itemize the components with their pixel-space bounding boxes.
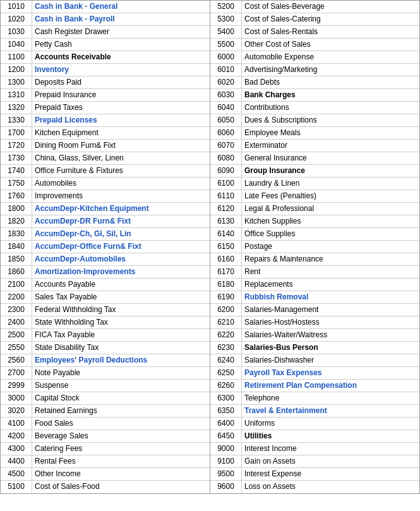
table-row: 6400Uniforms bbox=[210, 418, 419, 430]
table-row: 1300Deposits Paid bbox=[1, 76, 210, 89]
account-name: Other Income bbox=[32, 468, 210, 480]
account-code: 6160 bbox=[210, 253, 242, 265]
account-code: 6250 bbox=[210, 367, 242, 379]
account-name: General Insurance bbox=[242, 152, 419, 164]
account-code: 1850 bbox=[1, 253, 32, 265]
table-row: 1700Kitchen Equipment bbox=[1, 127, 210, 140]
table-row: 5300Cost of Sales-Catering bbox=[210, 13, 419, 26]
account-name: AccumDepr-Ch, Gl, Sil, Lin bbox=[32, 228, 210, 240]
account-name: Cost of Sales-Beverage bbox=[242, 1, 419, 13]
account-name: Replacements bbox=[242, 279, 419, 291]
table-row: 6130Kitchen Supplies bbox=[210, 215, 419, 228]
table-row: 6000Automobile Expense bbox=[210, 51, 419, 64]
table-row: 6070Exterminator bbox=[210, 140, 419, 152]
account-name: State Disability Tax bbox=[32, 342, 210, 354]
account-code: 6020 bbox=[210, 76, 242, 88]
right-column: 5200Cost of Sales-Beverage5300Cost of Sa… bbox=[210, 1, 419, 493]
account-code: 6230 bbox=[210, 342, 242, 354]
account-name: Rubbish Removal bbox=[242, 291, 419, 303]
account-code: 1310 bbox=[1, 89, 32, 101]
table-row: 1800AccumDepr-Kitchen Equipment bbox=[1, 203, 210, 215]
table-row: 1860Amortization-Improvements bbox=[1, 266, 210, 279]
account-name: Uniforms bbox=[242, 418, 419, 430]
account-name: Salaries-Waiter/Waitress bbox=[242, 329, 419, 341]
account-code: 2999 bbox=[1, 380, 32, 392]
account-code: 6170 bbox=[210, 266, 242, 278]
table-row: 1330Prepaid Licenses bbox=[1, 114, 210, 127]
account-code: 1740 bbox=[1, 165, 32, 177]
table-row: 1310Prepaid Insurance bbox=[1, 89, 210, 102]
table-row: 6020Bad Debts bbox=[210, 76, 419, 89]
account-code: 6080 bbox=[210, 152, 242, 164]
account-name: China, Glass, Silver, Linen bbox=[32, 152, 210, 164]
table-row: 6170Rent bbox=[210, 266, 419, 279]
table-row: 2400State Withholding Tax bbox=[1, 316, 210, 329]
account-code: 1100 bbox=[1, 51, 32, 63]
table-row: 6120Legal & Professional bbox=[210, 203, 419, 215]
account-name: Cost of Sales-Food bbox=[32, 481, 210, 493]
account-name: Kitchen Supplies bbox=[242, 215, 419, 227]
account-name: Cash in Bank - General bbox=[32, 1, 210, 13]
account-code: 1020 bbox=[1, 13, 32, 25]
account-name: Utilities bbox=[242, 430, 419, 442]
account-name: State Withholding Tax bbox=[32, 316, 210, 328]
account-code: 5300 bbox=[210, 13, 242, 25]
table-row: 1750Automobiles bbox=[1, 177, 210, 190]
account-code: 6180 bbox=[210, 279, 242, 291]
table-row: 6080General Insurance bbox=[210, 152, 419, 165]
table-row: 2560Employees' Payroll Deductions bbox=[1, 354, 210, 367]
account-code: 6400 bbox=[210, 418, 242, 430]
table-row: 6250Payroll Tax Expenses bbox=[210, 367, 419, 380]
account-name: Improvements bbox=[32, 190, 210, 202]
table-row: 4500Other Income bbox=[1, 468, 210, 481]
account-name: Federal Withholding Tax bbox=[32, 304, 210, 316]
table-row: 6350Travel & Entertainment bbox=[210, 405, 419, 418]
table-row: 4200Beverage Sales bbox=[1, 430, 210, 443]
account-code: 1700 bbox=[1, 127, 32, 139]
table-row: 2700Note Payable bbox=[1, 367, 210, 380]
account-name: Prepaid Licenses bbox=[32, 114, 210, 126]
table-row: 9100Gain on Assets bbox=[210, 455, 419, 468]
table-row: 2500FICA Tax Payable bbox=[1, 329, 210, 342]
account-name: Accounts Payable bbox=[32, 279, 210, 291]
account-code: 1830 bbox=[1, 228, 32, 240]
table-row: 6150Postage bbox=[210, 241, 419, 253]
table-row: 6160Repairs & Maintenance bbox=[210, 253, 419, 266]
table-row: 1010Cash in Bank - General bbox=[1, 1, 210, 13]
account-code: 9600 bbox=[210, 481, 242, 493]
account-name: Deposits Paid bbox=[32, 76, 210, 88]
table-row: 1730China, Glass, Silver, Linen bbox=[1, 152, 210, 165]
account-name: Payroll Tax Expenses bbox=[242, 367, 419, 379]
account-name: Accounts Receivable bbox=[32, 51, 210, 63]
account-name: Bad Debts bbox=[242, 76, 419, 88]
account-name: AccumDepr-Automobiles bbox=[32, 253, 210, 265]
account-name: Catering Fees bbox=[32, 443, 210, 455]
account-code: 1750 bbox=[1, 177, 32, 189]
account-code: 2100 bbox=[1, 279, 32, 291]
account-name: Repairs & Maintenance bbox=[242, 253, 419, 265]
account-code: 6240 bbox=[210, 354, 242, 366]
account-name: Inventory bbox=[32, 64, 210, 76]
table-row: 1030Cash Register Drawer bbox=[1, 26, 210, 39]
account-name: Exterminator bbox=[242, 140, 419, 152]
table-row: 6230Salaries-Bus Person bbox=[210, 342, 419, 354]
account-name: Cash Register Drawer bbox=[32, 26, 210, 38]
table-row: 1850AccumDepr-Automobiles bbox=[1, 253, 210, 266]
account-name: Travel & Entertainment bbox=[242, 405, 419, 417]
account-name: Automobile Expense bbox=[242, 51, 419, 63]
account-name: Note Payable bbox=[32, 367, 210, 379]
account-name: Salaries-Management bbox=[242, 304, 419, 316]
account-name: Salaries-Dishwasher bbox=[242, 354, 419, 366]
account-name: Suspense bbox=[32, 380, 210, 392]
account-code: 6210 bbox=[210, 316, 242, 328]
table-row: 4400Rental Fees bbox=[1, 455, 210, 468]
account-name: AccumDepr-DR Furn& Fixt bbox=[32, 215, 210, 227]
table-row: 2550State Disability Tax bbox=[1, 342, 210, 354]
table-row: 6220Salaries-Waiter/Waitress bbox=[210, 329, 419, 342]
table-row: 6260Retirement Plan Compensation bbox=[210, 380, 419, 392]
account-code: 4300 bbox=[1, 443, 32, 455]
account-name: Postage bbox=[242, 241, 419, 253]
account-code: 4100 bbox=[1, 418, 32, 430]
table-row: 6110Late Fees (Penalties) bbox=[210, 190, 419, 203]
account-code: 1010 bbox=[1, 1, 32, 13]
